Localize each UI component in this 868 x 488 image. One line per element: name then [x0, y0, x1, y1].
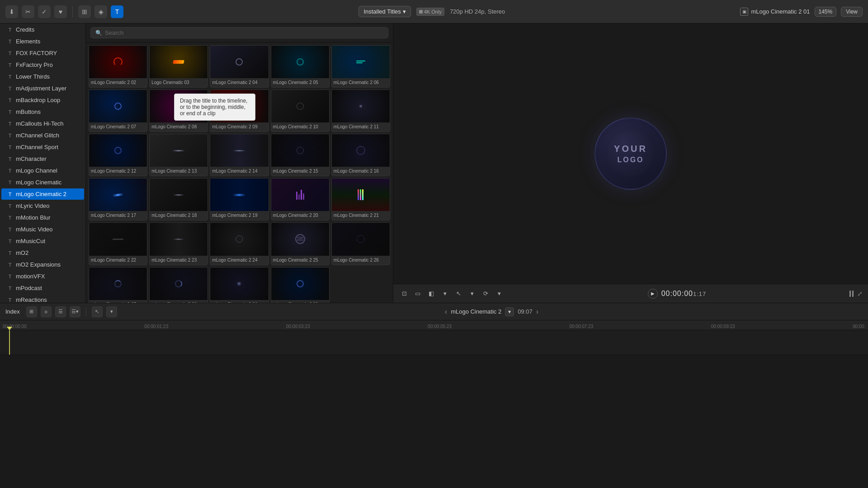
- timeline-dropdown[interactable]: ▾: [505, 307, 514, 316]
- grid-item[interactable]: mLogo Cinematic 2 14: [210, 134, 269, 176]
- timeline-title: mLogo Cinematic 2: [451, 308, 501, 315]
- check-icon[interactable]: ✓: [38, 5, 51, 18]
- grid-item[interactable]: mLogo Cinematic 2 10: [271, 89, 330, 132]
- grid-item[interactable]: mLogo Cinematic 2 28: [149, 267, 208, 303]
- grid-item[interactable]: mLogo Cinematic 2 05: [271, 45, 330, 88]
- sidebar-label-mlogo-cinematic-2: mLogo Cinematic 2: [16, 191, 66, 197]
- sidebar-item-mchannel-glitch[interactable]: T mChannel Glitch: [1, 130, 84, 141]
- cursor-icon[interactable]: ✂: [22, 5, 34, 18]
- thumb-icon-4: [356, 61, 365, 63]
- sidebar-item-mbuttons[interactable]: T mButtons: [1, 106, 84, 117]
- sidebar-item-mlogo-cinematic-2[interactable]: T mLogo Cinematic 2: [1, 188, 84, 200]
- grid-item[interactable]: mLogo Cinematic 2 19: [210, 178, 269, 221]
- tool-grid[interactable]: ⊞: [26, 306, 37, 317]
- search-input[interactable]: [105, 29, 383, 36]
- grid-item-label: mLogo Cinematic 2 05: [271, 78, 329, 87]
- grid-item[interactable]: mLogo Cinematic 2 26: [331, 222, 390, 265]
- sidebar-item-mcharacter[interactable]: T mCharacter: [1, 153, 84, 164]
- plugins-icon[interactable]: ◈: [94, 5, 107, 18]
- cursor-tool[interactable]: ↖: [453, 288, 464, 299]
- sidebar-item-mbackdrop-loop[interactable]: T mBackdrop Loop: [1, 94, 84, 106]
- grid-item[interactable]: mLogo Cinematic 2 30: [271, 267, 330, 303]
- view-button[interactable]: View: [841, 7, 863, 17]
- grid-item[interactable]: mLogo Cinematic 2 07: [89, 89, 147, 132]
- sidebar-item-mchannel-sport[interactable]: T mChannel Sport: [1, 141, 84, 153]
- sidebar-icon-mcallouts-hi-tech: T: [7, 121, 13, 127]
- sidebar-item-fxfactory-pro[interactable]: T FxFactory Pro: [1, 59, 84, 70]
- timeline-area: 00:00:00:0000:00:01:2300:00:03:2300:00:0…: [0, 320, 868, 488]
- sidebar-label-mchannel-glitch: mChannel Glitch: [16, 132, 59, 139]
- nav-next[interactable]: ›: [536, 308, 538, 316]
- tool-sort[interactable]: ☰▾: [70, 306, 80, 317]
- grid-item[interactable]: mLogo Cinematic 2 23: [149, 222, 208, 265]
- sidebar-label-elements: Elements: [16, 38, 40, 45]
- grid-item[interactable]: mLogo Cinematic 2 02: [89, 45, 147, 88]
- expand-icon[interactable]: ⤢: [857, 290, 863, 297]
- speed-dropdown[interactable]: ▾: [494, 288, 505, 299]
- sidebar-item-lower-thirds[interactable]: T Lower Thirds: [1, 71, 84, 82]
- grid-item[interactable]: mLogo Cinematic 2 24: [210, 222, 269, 265]
- transform-tool[interactable]: ▾: [439, 288, 450, 299]
- sidebar-label-mlyric-video: mLyric Video: [16, 202, 49, 209]
- logo-line1: YOUR: [614, 144, 647, 154]
- grid-item[interactable]: mLogo Cinematic 2 18: [149, 178, 208, 221]
- cursor-dropdown[interactable]: ▾: [467, 288, 477, 299]
- select-tool[interactable]: ▭: [412, 288, 423, 299]
- tool-cursor-dropdown[interactable]: ▾: [106, 306, 117, 317]
- grid-item[interactable]: mLogo Cinematic 2 11: [331, 89, 390, 132]
- app-icon[interactable]: ⊞: [78, 5, 91, 18]
- tool-cursor[interactable]: ↖: [92, 306, 103, 317]
- toolbar-center: Installed Titles ▾ 4K Only 720p HD 24p, …: [127, 6, 736, 17]
- grid-item[interactable]: mLogo Cinematic 2 21: [331, 178, 390, 221]
- sidebar-item-mo2-expansions[interactable]: T mO2 Expansions: [1, 259, 84, 270]
- sidebar-item-madjustment-layer[interactable]: T mAdjustment Layer: [1, 83, 84, 94]
- ruler-mark: 00:00:: [853, 324, 865, 329]
- tool-list[interactable]: ≡: [41, 306, 52, 317]
- installed-titles-btn[interactable]: Installed Titles ▾: [359, 6, 410, 17]
- grid-item[interactable]: mLogo Cinematic 2 17: [89, 178, 147, 221]
- grid-scroll[interactable]: mLogo Cinematic 2 02 Logo Cinematic 03 m…: [86, 42, 393, 303]
- heart-icon[interactable]: ♥: [54, 5, 67, 18]
- sidebar-item-motionvfx[interactable]: T motionVFX: [1, 271, 84, 282]
- grid-item[interactable]: mLogo Cinematic 2 15: [271, 134, 330, 176]
- sidebar-item-mmotion-blur[interactable]: T mMotion Blur: [1, 212, 84, 223]
- sidebar-item-mlyric-video[interactable]: T mLyric Video: [1, 200, 84, 211]
- grid-item[interactable]: Logo Cinematic 03: [149, 45, 208, 88]
- sidebar-item-mmusiccut[interactable]: T mMusicCut: [1, 235, 84, 247]
- grid-item[interactable]: mLogo Cinematic 2 12: [89, 134, 147, 176]
- sidebar-item-mreactions[interactable]: T mReactions: [1, 294, 84, 303]
- grid-item[interactable]: mLogo Cinematic 2 13: [149, 134, 208, 176]
- grid: mLogo Cinematic 2 02 Logo Cinematic 03 m…: [89, 45, 390, 303]
- sidebar-item-mlogo-cinematic[interactable]: T mLogo Cinematic: [1, 177, 84, 188]
- thumb-icon-21: [173, 239, 184, 240]
- grid-item[interactable]: mLogo Cinematic 2 20: [271, 178, 330, 221]
- sidebar-item-mpodcast[interactable]: T mPodcast: [1, 282, 84, 294]
- grid-item[interactable]: ✳ mLogo Cinematic 2 29: [210, 267, 269, 303]
- grid-item[interactable]: mLogo Cinematic 2 22: [89, 222, 147, 265]
- zoom-control[interactable]: 145%: [815, 7, 837, 17]
- blade-tool[interactable]: ◧: [426, 288, 437, 299]
- grid-item[interactable]: mLogo Cinematic 2 16: [331, 134, 390, 176]
- grid-item[interactable]: mLogo Cinematic 2 27: [89, 267, 147, 303]
- crop-tool[interactable]: ⊡: [399, 288, 410, 299]
- tool-detail[interactable]: ☰: [55, 306, 66, 317]
- speed-tool[interactable]: ⟳: [480, 288, 491, 299]
- sidebar-item-credits[interactable]: T Credits: [1, 24, 84, 35]
- play-button[interactable]: ▶: [648, 289, 658, 299]
- sidebar-item-fox-factory[interactable]: T FOX FACTORY: [1, 47, 84, 59]
- thumb-icon-16: [173, 194, 184, 196]
- timeline-track[interactable]: [0, 330, 868, 355]
- sidebar-item-mcallouts-hi-tech[interactable]: T mCallouts Hi-Tech: [1, 118, 84, 129]
- sidebar-item-mmusic-video[interactable]: T mMusic Video: [1, 224, 84, 235]
- sidebar-item-elements[interactable]: T Elements: [1, 36, 84, 47]
- download-icon[interactable]: ⬇: [5, 5, 18, 18]
- sidebar-item-mo2[interactable]: T mO2: [1, 247, 84, 258]
- grid-item[interactable]: mLogo Cinematic 2 06: [331, 45, 390, 88]
- nav-prev[interactable]: ‹: [445, 308, 447, 316]
- sidebar-item-mlogo-channel[interactable]: T mLogo Channel: [1, 165, 84, 176]
- grid-item[interactable]: mLogo Cinematic 2 04: [210, 45, 269, 88]
- titles-icon[interactable]: T: [111, 5, 123, 18]
- 4k-badge[interactable]: 4K Only: [416, 8, 444, 16]
- grid-item[interactable]: YOUR LOGO mLogo Cinematic 2 25: [271, 222, 330, 265]
- bottom-toolbar: Index ⊞ ≡ ☰ ☰▾ ↖ ▾ ‹ mLogo Cinematic 2 ▾…: [0, 303, 868, 320]
